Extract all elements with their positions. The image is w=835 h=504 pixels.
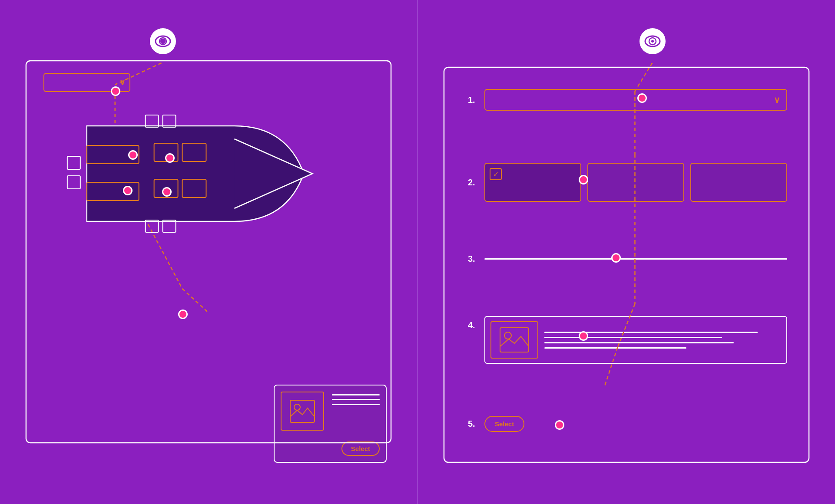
row-1: 1. ∨ bbox=[468, 89, 787, 111]
row-4-number: 4. bbox=[468, 316, 484, 364]
svg-rect-38 bbox=[500, 328, 529, 352]
pink-dot-r5 bbox=[555, 420, 564, 430]
text-line-3 bbox=[544, 342, 734, 343]
right-panel: 1. ∨ 2. ✓ 3. bbox=[418, 0, 835, 504]
card-image-right bbox=[490, 321, 538, 359]
svg-rect-10 bbox=[67, 176, 80, 189]
dropdown-right-arrow: ∨ bbox=[774, 95, 780, 105]
svg-point-23 bbox=[162, 40, 164, 43]
rows-container: 1. ∨ 2. ✓ 3. bbox=[459, 80, 796, 456]
card-box: Select bbox=[274, 385, 387, 463]
svg-line-4 bbox=[128, 156, 135, 187]
pink-dot-6 bbox=[178, 310, 188, 319]
row-1-number: 1. bbox=[468, 95, 484, 105]
pink-dot-3 bbox=[165, 153, 175, 163]
pink-dot-r4 bbox=[579, 331, 588, 341]
row-2: 2. ✓ bbox=[468, 163, 787, 202]
row-2-number: 2. bbox=[468, 178, 484, 188]
pink-dot-2 bbox=[128, 150, 138, 160]
eye-icon bbox=[150, 28, 176, 54]
card-line-1 bbox=[332, 394, 380, 395]
svg-rect-12 bbox=[163, 115, 176, 127]
checkbox-group: ✓ bbox=[484, 163, 787, 202]
svg-point-37 bbox=[651, 40, 654, 43]
card-image bbox=[281, 392, 324, 431]
eye-icon-right bbox=[640, 28, 666, 54]
svg-line-6 bbox=[128, 187, 165, 190]
check-mark-icon: ✓ bbox=[490, 168, 502, 180]
row-3-number: 3. bbox=[468, 254, 484, 264]
svg-rect-9 bbox=[67, 156, 80, 169]
slider-track bbox=[484, 258, 787, 260]
checkbox-item-2[interactable] bbox=[587, 163, 684, 202]
card-row bbox=[484, 316, 787, 364]
text-line-4 bbox=[544, 347, 686, 349]
pink-dot-r1 bbox=[637, 93, 647, 103]
left-panel: ∨ Select bbox=[0, 0, 417, 504]
eye-svg bbox=[155, 35, 171, 47]
svg-rect-18 bbox=[182, 143, 206, 161]
svg-line-5 bbox=[135, 156, 169, 158]
svg-line-7 bbox=[128, 187, 182, 289]
image-placeholder-icon bbox=[289, 399, 315, 423]
row-5-number: 5. bbox=[468, 419, 484, 429]
svg-rect-20 bbox=[182, 179, 206, 198]
svg-point-39 bbox=[504, 332, 511, 339]
pink-dot-r2 bbox=[579, 175, 588, 184]
eye-svg-right bbox=[644, 35, 661, 47]
svg-line-8 bbox=[182, 289, 209, 313]
card-line-2 bbox=[332, 399, 380, 400]
row-4: 4. bbox=[468, 316, 787, 364]
text-line-1 bbox=[544, 332, 758, 333]
select-button-right[interactable]: Select bbox=[484, 416, 524, 432]
checkbox-item-3[interactable] bbox=[690, 163, 787, 202]
svg-rect-13 bbox=[146, 220, 159, 232]
row-5: 5. Select bbox=[468, 416, 787, 432]
row-3: 3. bbox=[468, 254, 787, 264]
pink-dot-r3 bbox=[611, 253, 621, 263]
pink-dot-5 bbox=[162, 187, 172, 197]
card-text-area bbox=[332, 394, 380, 405]
card-line-3 bbox=[332, 404, 380, 405]
select-button-left[interactable]: Select bbox=[341, 441, 380, 456]
image-icon-right bbox=[499, 327, 530, 353]
checkbox-item-1[interactable]: ✓ bbox=[484, 163, 581, 202]
svg-rect-11 bbox=[146, 115, 159, 127]
svg-point-26 bbox=[294, 404, 300, 410]
slider-container[interactable] bbox=[484, 258, 787, 260]
text-line-2 bbox=[544, 337, 722, 338]
dropdown-arrow-icon: ∨ bbox=[119, 78, 125, 87]
pink-dot-4 bbox=[123, 186, 133, 195]
svg-rect-25 bbox=[290, 400, 315, 422]
pink-dot-1 bbox=[111, 86, 120, 96]
dropdown-row1[interactable]: ∨ bbox=[484, 89, 787, 111]
svg-rect-14 bbox=[163, 220, 176, 232]
